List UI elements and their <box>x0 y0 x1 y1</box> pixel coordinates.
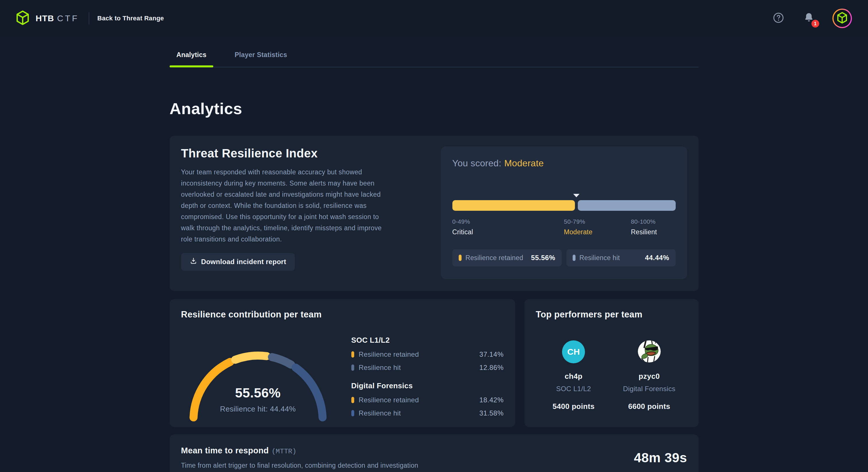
ch4p-avatar: CH <box>562 340 585 363</box>
threat-resilience-index-card: Threat Resilience Index Your team respon… <box>169 136 699 291</box>
player-points: 5400 points <box>553 402 594 411</box>
mttr-value: 48m 39s <box>634 450 687 469</box>
tab-player-statistics[interactable]: Player Statistics <box>228 49 294 67</box>
help-icon <box>772 12 784 25</box>
scale-critical-range: 0-49% <box>453 218 473 225</box>
score-bar <box>453 200 676 211</box>
retained-chip-label: Resilience retained <box>466 254 523 262</box>
resilience-hit-chip: Resilience hit 44.44% <box>566 249 676 266</box>
mttr-title: Mean time to respond(MTTR) <box>181 446 418 456</box>
resilience-retained-chip: Resilience retained 55.56% <box>453 249 562 266</box>
legend-row: Resilience retained 37.14% <box>351 350 504 359</box>
legend-row: Resilience hit 31.58% <box>351 409 504 417</box>
avatar-cube-icon <box>837 11 847 25</box>
score-bar-retained <box>453 200 575 211</box>
hit-chip-label: Resilience hit <box>580 254 620 262</box>
scale-moderate-label: Moderate <box>564 228 593 236</box>
player-points: 6600 points <box>628 402 670 411</box>
page-title: Analytics <box>169 100 699 118</box>
brand-ctf: CTF <box>57 13 79 23</box>
contribution-title: Resilience contribution per team <box>181 309 504 320</box>
mttr-description: Time from alert trigger to final resolut… <box>181 462 418 469</box>
legend-row-label: Resilience retained <box>359 396 419 404</box>
score-heading: You scored:Moderate <box>453 158 676 169</box>
score-prefix: You scored: <box>453 158 501 168</box>
legend-row-value: 31.58% <box>479 409 503 417</box>
player-team: Digital Forensics <box>623 385 676 393</box>
notification-badge: 1 <box>811 20 819 28</box>
notifications-button[interactable]: 1 <box>802 11 816 25</box>
legend-row-label: Resilience retained <box>359 350 419 359</box>
topbar-divider <box>89 12 89 24</box>
score-scale: 0-49% Critical 50-79% Moderate 80-100% R… <box>453 218 676 237</box>
legend-pill-icon <box>351 351 354 358</box>
help-button[interactable] <box>772 11 785 25</box>
legend-row-value: 18.42% <box>479 396 503 404</box>
tri-description: Your team responded with reasonable accu… <box>181 167 385 245</box>
legend-pill-icon <box>351 410 354 416</box>
gauge-center-label: Resilience hit: 44.44% <box>183 405 333 413</box>
contribution-legend: SOC L1/L2 Resilience retained 37.14% Res… <box>351 336 504 423</box>
back-to-threat-range-link[interactable]: Back to Threat Range <box>97 14 164 22</box>
legend-row: Resilience hit 12.86% <box>351 364 504 372</box>
legend-row-label: Resilience hit <box>359 409 401 417</box>
topbar: HTB CTF Back to Threat Range 1 <box>0 0 868 37</box>
retained-pill-icon <box>459 255 462 261</box>
legend-row: Resilience retained 18.42% <box>351 396 504 404</box>
pzyc0-avatar <box>638 340 661 363</box>
performers-title: Top performers per team <box>536 309 687 320</box>
legend-row-label: Resilience hit <box>359 364 401 372</box>
player-name: ch4p <box>565 372 582 381</box>
legend-row-value: 37.14% <box>479 350 503 359</box>
mttr-tag: (MTTR) <box>272 448 296 456</box>
gauge-center-value: 55.56% <box>183 385 333 401</box>
score-panel: You scored:Moderate 0-49% Critical 50-79… <box>441 146 687 279</box>
scale-resilient-range: 80-100% <box>631 218 657 225</box>
hit-chip-value: 44.44% <box>645 254 669 262</box>
user-avatar[interactable] <box>832 9 852 28</box>
player-team: SOC L1/L2 <box>556 385 591 393</box>
legend-pill-icon <box>351 397 354 403</box>
score-bar-hit <box>578 200 676 211</box>
player-ch4p[interactable]: CH ch4p SOC L1/L2 5400 points <box>536 340 612 411</box>
htb-brand[interactable]: HTB CTF <box>16 9 79 27</box>
mttr-title-text: Mean time to respond <box>181 446 269 455</box>
download-incident-report-button[interactable]: Download incident report <box>181 253 295 271</box>
score-marker-icon <box>573 194 580 197</box>
score-value: Moderate <box>504 158 544 168</box>
player-pzyc0[interactable]: pzyc0 Digital Forensics 6600 points <box>611 340 687 411</box>
scale-critical: 0-49% Critical <box>453 218 473 236</box>
retained-chip-value: 55.56% <box>531 254 555 262</box>
player-name: pzyc0 <box>639 372 660 381</box>
legend-group-title: SOC L1/L2 <box>351 336 504 345</box>
tab-analytics[interactable]: Analytics <box>169 49 214 67</box>
top-performers-card: Top performers per team CH ch4p SOC L1/L… <box>524 299 699 427</box>
mttr-card: Mean time to respond(MTTR) Time from ale… <box>169 434 699 472</box>
hit-pill-icon <box>572 255 576 261</box>
frog-avatar-icon <box>638 340 661 363</box>
scale-resilient-label: Resilient <box>631 228 657 236</box>
scale-critical-label: Critical <box>453 228 473 236</box>
scale-resilient: 80-100% Resilient <box>631 218 657 236</box>
tri-title: Threat Resilience Index <box>181 146 385 160</box>
legend-pill-icon <box>351 365 354 371</box>
download-button-label: Download incident report <box>201 258 286 266</box>
resilience-contribution-card: Resilience contribution per team 55.56% … <box>169 299 515 427</box>
scale-moderate: 50-79% Moderate <box>564 218 593 236</box>
legend-group-title: Digital Forensics <box>351 381 504 390</box>
scale-moderate-range: 50-79% <box>564 218 593 225</box>
legend-row-value: 12.86% <box>479 364 503 372</box>
download-icon <box>190 257 197 266</box>
tab-bar: Analytics Player Statistics <box>169 49 699 67</box>
htb-cube-logo-icon <box>16 9 29 27</box>
brand-htb: HTB <box>36 13 54 23</box>
